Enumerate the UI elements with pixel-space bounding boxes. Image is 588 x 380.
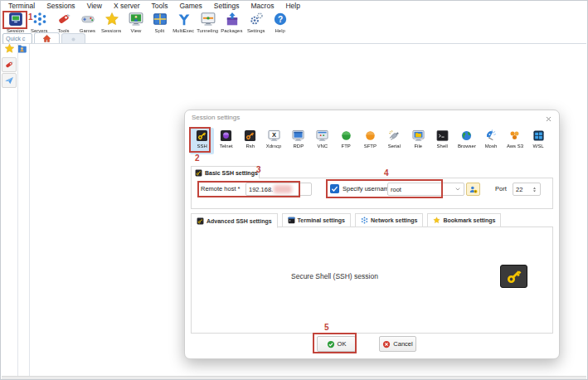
toolbar-button-help[interactable]: ?Help <box>268 11 292 33</box>
serial-icon <box>388 129 401 143</box>
file-icon <box>412 129 425 143</box>
session-description-panel: Secure Shell (SSH) session <box>191 227 553 334</box>
step-3-number: 3 <box>256 165 261 174</box>
view-icon <box>129 11 143 27</box>
basic-ssh-settings-header: Basic SSH settings <box>191 166 260 178</box>
redacted-host-part <box>274 185 292 193</box>
menu-item-x-server[interactable]: X server <box>108 1 146 11</box>
help-icon: ? <box>273 11 288 27</box>
remote-host-value: 192.168. <box>249 186 273 193</box>
svg-text:X: X <box>272 131 276 139</box>
session-type-sftp[interactable]: SFTP <box>358 128 382 154</box>
menu-item-tools[interactable]: Tools <box>146 1 174 11</box>
session-type-serial[interactable]: Serial <box>382 128 406 154</box>
session-type-aws-s3[interactable]: Aws S3 <box>503 128 527 154</box>
session-type-xdmcp[interactable]: XXdmcp <box>262 128 286 154</box>
split-icon <box>153 11 168 27</box>
wsl-icon <box>532 129 545 143</box>
session-type-rsh[interactable]: Rsh <box>238 128 262 154</box>
toolbar-button-session[interactable]: Session <box>3 11 27 33</box>
circle-icon <box>70 36 77 43</box>
menu-item-settings[interactable]: Settings <box>208 1 245 11</box>
sidebar-tools-button[interactable] <box>2 57 17 72</box>
status-strip <box>2 377 586 380</box>
tab-advanced-ssh-settings[interactable]: Advanced SSH settings <box>191 213 278 228</box>
ok-circle-icon <box>327 340 335 348</box>
ssh-key-icon <box>195 169 202 177</box>
sidebar-macros-button[interactable] <box>2 73 17 88</box>
close-icon[interactable] <box>543 114 553 124</box>
star-icon <box>433 217 440 224</box>
toolbar-button-games[interactable]: Games <box>75 11 100 33</box>
session-type-shell[interactable]: Shell <box>430 128 454 154</box>
tab-terminal-settings[interactable]: Terminal settings <box>282 213 351 227</box>
session-icon <box>8 11 23 27</box>
toolbar-button-split[interactable]: Split <box>148 11 172 33</box>
session-type-ftp[interactable]: FTP <box>334 128 358 154</box>
toolbar-button-sessions[interactable]: Sessions <box>100 11 124 33</box>
menu-item-help[interactable]: Help <box>279 1 305 11</box>
session-type-vnc[interactable]: VNC <box>310 128 334 154</box>
ssh-key-icon <box>197 217 204 225</box>
port-stepper[interactable]: 22 <box>513 183 541 196</box>
session-type-ssh[interactable]: SSH <box>190 128 214 154</box>
main-toolbar: SessionServersToolsGamesSessionsViewSpli… <box>3 11 292 33</box>
session-type-browser[interactable]: Browser <box>454 128 479 154</box>
session-type-rdp[interactable]: RDP <box>286 128 310 154</box>
cancel-label: Cancel <box>393 340 412 348</box>
mobaxterm-window: TerminalSessionsViewX serverToolsGamesSe… <box>0 0 588 380</box>
menu-item-view[interactable]: View <box>81 1 108 11</box>
awss3-icon <box>508 129 521 143</box>
menu-item-macros[interactable]: Macros <box>245 1 280 11</box>
port-value: 22 <box>516 186 532 193</box>
cancel-button[interactable]: Cancel <box>379 336 416 352</box>
ssh-icon <box>196 129 208 143</box>
tab-home[interactable] <box>34 32 60 44</box>
panel-divider <box>29 44 30 376</box>
toolbar-button-tools[interactable]: Tools <box>51 11 75 33</box>
tunneling-icon <box>201 11 216 27</box>
step-1-number: 1 <box>28 12 33 22</box>
sidebar-divider <box>17 44 18 376</box>
star-icon[interactable] <box>4 43 15 54</box>
specify-username-checkbox[interactable] <box>330 184 339 193</box>
session-type-mosh[interactable]: Mosh <box>479 128 503 154</box>
session-type-file[interactable]: File <box>406 128 430 154</box>
tabstrip-divider <box>2 43 586 44</box>
ftp-icon <box>340 129 352 143</box>
sftp-icon <box>364 129 377 143</box>
toolbar-button-view[interactable]: View <box>124 11 148 33</box>
username-combobox[interactable]: root <box>387 183 464 196</box>
credentials-button[interactable] <box>466 183 480 196</box>
toolbar-button-packages[interactable]: Packages <box>220 11 244 33</box>
user-plus-icon <box>469 185 478 194</box>
ok-button[interactable]: OK <box>317 336 356 352</box>
servers-icon <box>32 11 47 27</box>
rsh-icon <box>244 129 256 143</box>
username-value: root <box>391 186 454 193</box>
tab-bookmark-settings[interactable]: Bookmark settings <box>427 213 501 227</box>
tab-network-settings[interactable]: Network settings <box>355 213 423 227</box>
toolbar-button-multiexec[interactable]: MultiExec <box>172 11 196 33</box>
spinner-icon[interactable] <box>532 187 537 192</box>
cancel-circle-icon <box>382 340 391 348</box>
advanced-settings-tabs: Advanced SSH settingsTerminal settingsNe… <box>191 213 501 228</box>
vnc-icon <box>316 129 328 143</box>
session-type-telnet[interactable]: Telnet <box>214 128 238 154</box>
menu-item-sessions[interactable]: Sessions <box>41 1 81 11</box>
session-type-wsl[interactable]: WSL <box>527 128 551 154</box>
remote-host-input[interactable]: 192.168. <box>245 183 312 196</box>
network-icon <box>361 217 368 224</box>
multiexec-icon <box>177 11 192 27</box>
step-2-number: 2 <box>195 153 200 163</box>
toolbar-button-tunneling[interactable]: Tunneling <box>196 11 220 33</box>
paperplane-icon <box>4 76 14 85</box>
step-4-number: 4 <box>384 168 389 178</box>
chevron-down-icon[interactable] <box>454 186 461 192</box>
menu-item-terminal[interactable]: Terminal <box>2 1 41 11</box>
svg-text:?: ? <box>277 15 282 24</box>
key-glyph <box>505 267 523 285</box>
gamepad-icon <box>80 11 95 27</box>
menu-item-games[interactable]: Games <box>173 1 207 11</box>
toolbar-button-settings[interactable]: Settings <box>244 11 268 33</box>
